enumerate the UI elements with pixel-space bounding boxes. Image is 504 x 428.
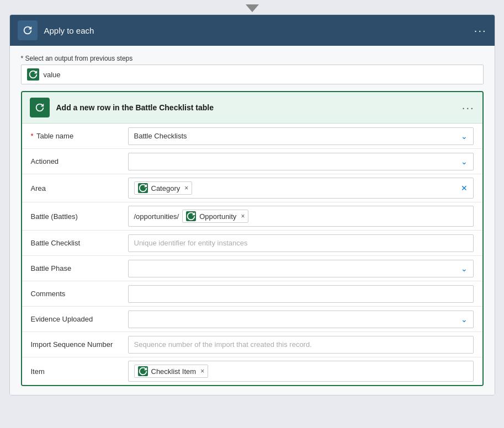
apply-to-each-card: Apply to each ··· * Select an output fro…: [9, 14, 495, 395]
area-loop-icon: [138, 183, 148, 193]
value-input-field[interactable]: value: [21, 65, 484, 84]
evidence-uploaded-dropdown-arrow[interactable]: ⌄: [461, 315, 468, 324]
item-chip-close[interactable]: ×: [200, 367, 204, 375]
loop-icon: [23, 25, 33, 35]
field-input-area[interactable]: Category × ✕: [128, 178, 474, 199]
inner-action-card: Add a new row in the Battle Checklist ta…: [21, 91, 484, 386]
field-input-comments[interactable]: [128, 285, 474, 303]
battle-chip-icon: [186, 211, 196, 221]
value-tag-icon: [27, 68, 39, 81]
value-loop-icon: [28, 69, 38, 79]
item-loop-icon: [138, 366, 148, 376]
field-label-import-sequence-number: Import Sequence Number: [31, 340, 119, 349]
battle-opportunity-chip[interactable]: Opportunity ×: [182, 210, 248, 223]
item-chip-label: Checklist Item: [151, 367, 197, 376]
field-label-actioned: Actioned: [31, 157, 119, 165]
field-row-area: Area Category × ✕: [22, 174, 482, 202]
item-chip-icon: [138, 366, 148, 376]
battle-phase-dropdown-arrow[interactable]: ⌄: [461, 264, 468, 273]
battle-chip-label: Opportunity: [199, 212, 236, 221]
actioned-dropdown-arrow[interactable]: ⌄: [461, 157, 468, 166]
inner-form-body: * Table name Battle Checklists ⌄ Actione…: [22, 124, 482, 385]
field-label-battle-checklist: Battle Checklist: [31, 239, 119, 247]
outer-header-icon: [18, 20, 38, 40]
field-row-battle-phase: Battle Phase ⌄: [22, 256, 482, 281]
inner-header: Add a new row in the Battle Checklist ta…: [22, 92, 482, 124]
battle-checklist-placeholder: Unique identifier for entity instances: [134, 239, 248, 247]
battle-path-text: /opportunities/: [134, 212, 179, 221]
select-output-label: * Select an output from previous steps: [21, 55, 484, 62]
area-chip-label: Category: [151, 184, 181, 192]
inner-header-title: Add a new row in the Battle Checklist ta…: [56, 103, 455, 112]
value-tag-label: value: [44, 71, 61, 79]
field-input-item[interactable]: Checklist Item ×: [128, 361, 474, 382]
field-label-battle-phase: Battle Phase: [31, 264, 119, 272]
field-row-battle-checklist: Battle Checklist Unique identifier for e…: [22, 231, 482, 256]
field-row-battle-battles: Battle (Battles) /opportunities/ Oppor: [22, 202, 482, 231]
field-input-battle-checklist[interactable]: Unique identifier for entity instances: [128, 234, 474, 252]
field-input-import-sequence-number[interactable]: Sequence number of the import that creat…: [128, 336, 474, 354]
field-input-battle-battles[interactable]: /opportunities/ Opportunity ×: [128, 206, 474, 227]
field-label-battle-battles: Battle (Battles): [31, 212, 119, 221]
down-arrow-icon: [246, 4, 259, 12]
outer-more-button[interactable]: ···: [474, 24, 487, 37]
inner-header-icon: [30, 98, 50, 117]
field-input-battle-phase[interactable]: ⌄: [128, 260, 474, 277]
field-row-actioned: Actioned ⌄: [22, 149, 482, 174]
area-category-chip[interactable]: Category ×: [134, 181, 193, 195]
field-row-import-sequence-number: Import Sequence Number Sequence number o…: [22, 332, 482, 357]
field-label-comments: Comments: [31, 290, 119, 298]
outer-header: Apply to each ···: [10, 15, 495, 46]
field-input-evidence-uploaded[interactable]: ⌄: [128, 311, 474, 328]
field-input-table-name[interactable]: Battle Checklists ⌄: [128, 127, 474, 145]
battle-chip-close[interactable]: ×: [241, 212, 245, 220]
outer-body: * Select an output from previous steps v…: [10, 46, 495, 395]
inner-loop-icon: [35, 103, 45, 113]
item-checklist-chip[interactable]: Checklist Item ×: [134, 365, 209, 378]
battle-battles-content: /opportunities/ Opportunity ×: [134, 210, 249, 223]
area-chip-close[interactable]: ×: [184, 184, 188, 192]
field-row-evidence-uploaded: Evidence Uploaded ⌄: [22, 307, 482, 332]
outer-header-title: Apply to each: [44, 26, 468, 35]
field-input-actioned[interactable]: ⌄: [128, 153, 474, 170]
battle-loop-icon: [186, 211, 196, 221]
table-name-dropdown-arrow[interactable]: ⌄: [461, 132, 468, 141]
area-clear-icon[interactable]: ✕: [461, 184, 468, 192]
field-label-item: Item: [31, 367, 119, 376]
table-name-value: Battle Checklists: [134, 132, 187, 140]
field-label-evidence-uploaded: Evidence Uploaded: [31, 315, 119, 323]
field-row-item: Item Checklist Item ×: [22, 357, 482, 385]
field-label-table-name: * Table name: [31, 132, 119, 140]
field-row-comments: Comments: [22, 281, 482, 307]
field-label-area: Area: [31, 184, 119, 192]
inner-more-button[interactable]: ···: [462, 101, 475, 114]
import-sequence-placeholder: Sequence number of the import that creat…: [134, 340, 312, 349]
field-row-table-name: * Table name Battle Checklists ⌄: [22, 124, 482, 149]
area-chip-icon: [138, 183, 148, 193]
